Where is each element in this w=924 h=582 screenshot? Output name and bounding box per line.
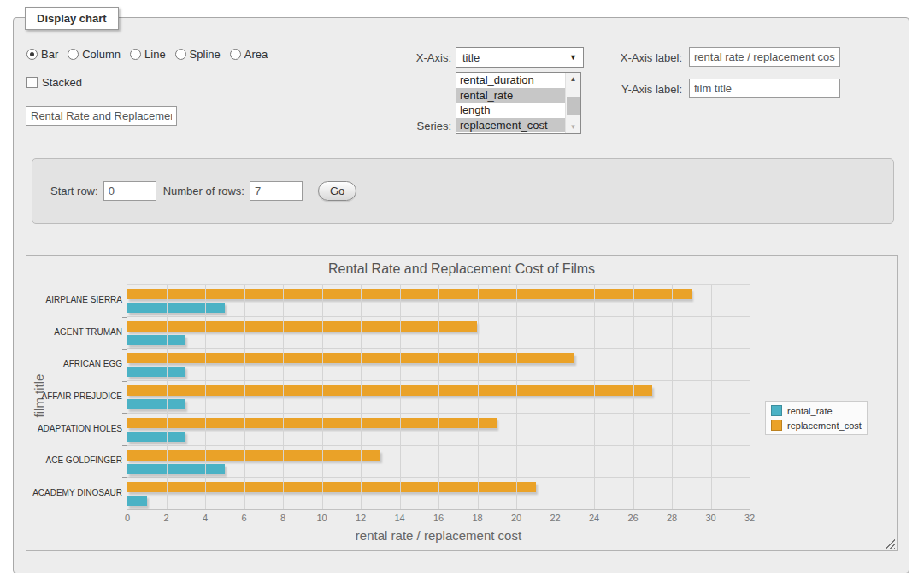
gridline: [711, 285, 712, 509]
gridline: [594, 285, 595, 509]
radio-option-label: Area: [244, 48, 268, 61]
y-axis-label-field-label: Y-Axis label:: [603, 83, 682, 96]
radio-icon[interactable]: [68, 49, 79, 60]
bar-replacement_cost: [127, 450, 380, 461]
gridline: [750, 285, 750, 509]
radio-option-label: Bar: [41, 48, 58, 61]
x-axis-tick-label: 24: [589, 513, 599, 523]
legend-swatch: [771, 405, 782, 416]
gridline: [205, 285, 206, 509]
radio-option-label: Line: [144, 48, 166, 61]
radio-option-label: Column: [82, 48, 121, 61]
x-axis-tick-label: 10: [316, 513, 327, 523]
gridline: [556, 285, 556, 509]
chart-type-radio-line[interactable]: Line: [130, 48, 166, 61]
gridline: [322, 285, 323, 509]
fieldset-legend: Display chart: [25, 7, 119, 30]
x-axis-tick-label: 28: [667, 513, 677, 523]
x-axis-tick-label: 6: [241, 513, 246, 523]
series-option-rental_rate[interactable]: rental_rate: [456, 88, 565, 103]
x-axis-selected-value: title: [462, 51, 480, 64]
start-row-input[interactable]: [103, 181, 156, 201]
scrollbar-track[interactable]: [566, 85, 580, 121]
x-axis-tick-label: 12: [356, 513, 366, 523]
bar-replacement_cost: [127, 289, 692, 299]
series-option-length[interactable]: length: [456, 103, 565, 118]
gridline: [516, 285, 517, 509]
x-axis-select[interactable]: title ▼: [456, 47, 584, 68]
x-axis-ticks: 02468101214161820222426283032: [127, 513, 750, 525]
bar-rental_rate: [127, 367, 185, 377]
x-axis-label-input[interactable]: [689, 47, 840, 67]
category-label: AGENT TRUMAN: [26, 316, 122, 349]
gridline: [672, 285, 673, 509]
resize-grip[interactable]: [885, 538, 895, 549]
row-range-panel: Start row: Number of rows: Go: [32, 158, 894, 224]
legend-entry: rental_rate: [771, 405, 862, 416]
listbox-scrollbar[interactable]: ▲ ▼: [565, 73, 580, 133]
radio-icon[interactable]: [175, 49, 186, 60]
category-label: ACADEMY DINOSAUR: [26, 476, 122, 509]
num-rows-label: Number of rows:: [163, 185, 244, 197]
bar-replacement_cost: [127, 321, 477, 332]
legend-entry: replacement_cost: [771, 420, 862, 431]
category-label: AFFAIR PREJUDICE: [26, 380, 122, 413]
bar-rental_rate: [127, 399, 185, 409]
scroll-down-icon[interactable]: ▼: [566, 121, 580, 133]
page: Display chart BarColumnLineSplineArea St…: [0, 0, 924, 582]
bar-rental_rate: [127, 335, 185, 345]
x-axis-title: rental rate / replacement cost: [127, 528, 750, 543]
x-axis-tick-label: 8: [280, 513, 285, 523]
y-axis-tick: [122, 317, 127, 318]
chart-type-radio-spline[interactable]: Spline: [175, 48, 221, 61]
category-label: AIRPLANE SIERRA: [26, 284, 122, 316]
bar-replacement_cost: [127, 385, 652, 396]
x-axis-tick-label: 30: [705, 513, 715, 523]
category-labels: AIRPLANE SIERRAAGENT TRUMANAFRICAN EGGAF…: [26, 284, 122, 509]
num-rows-input[interactable]: [250, 181, 303, 201]
chart-type-radios: BarColumnLineSplineArea: [26, 48, 268, 61]
chart-type-radio-area[interactable]: Area: [230, 48, 268, 61]
gridline: [478, 285, 479, 509]
radio-icon[interactable]: [26, 49, 38, 60]
stacked-checkbox[interactable]: [26, 77, 38, 88]
bar-replacement_cost: [127, 353, 574, 363]
chart-panel: Rental Rate and Replacement Cost of Film…: [26, 255, 898, 551]
bar-rental_rate: [127, 303, 225, 313]
scroll-up-icon[interactable]: ▲: [566, 73, 580, 85]
x-axis-label-text: X-Axis:: [385, 51, 451, 64]
legend-label: replacement_cost: [787, 420, 862, 431]
series-listbox[interactable]: rental_durationrental_ratelengthreplacem…: [456, 72, 581, 134]
y-axis-tick: [122, 381, 127, 382]
x-axis-tick-label: 20: [511, 513, 521, 523]
radio-icon[interactable]: [230, 49, 241, 60]
y-axis-tick: [122, 285, 127, 285]
go-button[interactable]: Go: [318, 181, 356, 201]
scrollbar-thumb[interactable]: [567, 97, 580, 115]
series-option-replacement_cost[interactable]: replacement_cost: [456, 118, 565, 133]
y-axis-tick: [122, 445, 127, 446]
x-axis-tick-label: 22: [550, 513, 560, 523]
stacked-checkbox-row[interactable]: Stacked: [26, 76, 82, 89]
x-axis-tick-label: 16: [433, 513, 444, 523]
row-range-controls: Start row: Number of rows: Go: [50, 181, 356, 201]
radio-icon[interactable]: [130, 49, 141, 60]
x-axis-tick-label: 32: [744, 513, 755, 523]
x-axis-tick-label: 0: [125, 513, 130, 523]
category-label: ACE GOLDFINGER: [26, 444, 122, 477]
legend-label: rental_rate: [787, 406, 833, 416]
chart-title-input[interactable]: [26, 106, 177, 126]
radio-option-label: Spline: [190, 48, 221, 61]
category-label: AFRICAN EGG: [26, 348, 122, 380]
gridline: [361, 285, 362, 509]
y-axis-tick: [122, 413, 127, 414]
legend-swatch: [771, 420, 782, 431]
series-options: rental_durationrental_ratelengthreplacem…: [456, 73, 565, 133]
chart-type-radio-bar[interactable]: Bar: [26, 48, 58, 61]
y-axis-tick: [122, 477, 127, 478]
bar-replacement_cost: [127, 482, 536, 492]
series-option-rental_duration[interactable]: rental_duration: [456, 73, 565, 88]
chart-type-radio-column[interactable]: Column: [68, 48, 121, 61]
y-axis-label-input[interactable]: [689, 79, 840, 98]
start-row-label: Start row:: [50, 185, 98, 197]
